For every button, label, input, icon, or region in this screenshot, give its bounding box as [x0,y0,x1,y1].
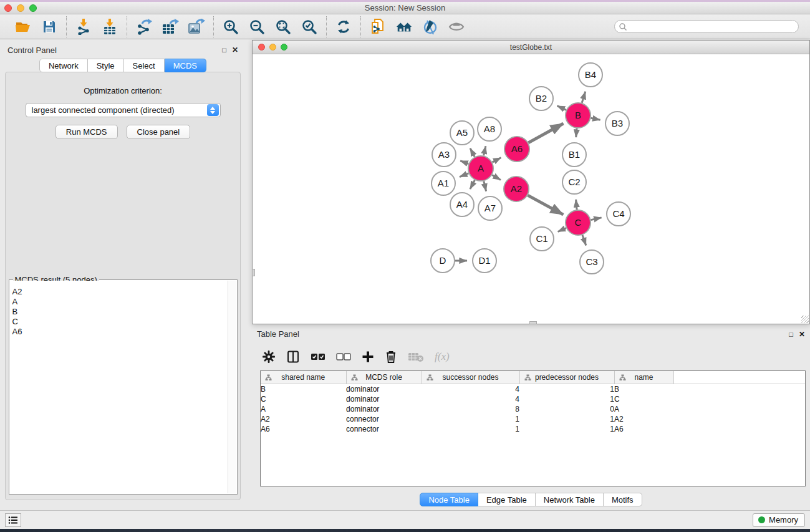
graph-node-A6[interactable]: A6 [504,137,529,162]
graph-node-A4[interactable]: A4 [450,193,474,216]
table-row[interactable]: Bdominator41B [261,384,805,394]
graph-edge-A-A1[interactable] [460,173,469,177]
search-input[interactable] [627,22,794,32]
graph-edge-A6-B[interactable] [528,123,563,143]
graph-edge-B-B1[interactable] [576,128,577,137]
graph-edge-A2-C[interactable] [528,195,563,215]
share-session-icon[interactable] [369,18,387,36]
graph-node-C3[interactable]: C3 [580,250,604,274]
tab-network-table[interactable]: Network Table [536,493,604,506]
table-row[interactable]: Cdominator41C [261,394,805,404]
graph-node-A2[interactable]: A2 [504,177,529,201]
graph-node-A5[interactable]: A5 [450,121,474,145]
graph-edge-A-A2[interactable] [492,175,501,180]
float-table-panel-icon[interactable]: □ [789,331,793,338]
delete-column-icon[interactable] [385,350,397,364]
close-table-panel-icon[interactable]: ✕ [799,331,805,338]
cell-name[interactable]: A2 [614,414,673,424]
show-columns-icon[interactable] [286,350,300,364]
cell-name[interactable]: A [614,404,673,414]
float-panel-icon[interactable]: □ [222,46,226,54]
graph-node-A1[interactable]: A1 [432,172,455,195]
table-row[interactable]: A2connector11A2 [261,414,805,424]
column-header-predecessor-nodes[interactable]: predecessor nodes [519,371,614,384]
export-image-icon[interactable] [188,18,205,36]
task-history-button[interactable] [5,513,21,527]
cell-successor-nodes[interactable]: 4 [422,384,519,394]
cell-MCDS-role[interactable]: connector [346,414,422,424]
tab-motifs[interactable]: Motifs [604,493,642,506]
cell-successor-nodes[interactable]: 1 [422,414,519,424]
tab-mcds[interactable]: MCDS [165,59,206,72]
graph-node-B2[interactable]: B2 [529,87,553,110]
close-panel-icon[interactable]: ✕ [232,46,238,54]
cell-predecessor-nodes[interactable]: 1 [519,394,614,404]
result-scrollbar[interactable] [228,281,236,493]
result-item[interactable]: A6 [10,327,228,337]
zoom-in-icon[interactable] [222,18,239,36]
cell-successor-nodes[interactable]: 4 [422,394,519,404]
tab-style[interactable]: Style [88,59,124,72]
graph-node-B4[interactable]: B4 [579,63,602,87]
column-header-MCDS-role[interactable]: MCDS role [346,371,422,384]
zoom-fit-icon[interactable] [274,18,292,36]
graphics-details-icon[interactable] [422,18,439,36]
cell-predecessor-nodes[interactable]: 1 [519,384,614,394]
maximize-window-button[interactable] [29,4,37,12]
graph-node-C1[interactable]: C1 [530,227,554,251]
zoom-selected-icon[interactable] [301,18,318,36]
result-item[interactable]: A2 [10,287,228,297]
cell-MCDS-role[interactable]: connector [346,424,422,434]
create-column-icon[interactable] [362,351,374,363]
column-header-name[interactable]: name [614,371,673,384]
table-row[interactable]: A6connector11A6 [261,424,805,434]
network-close-button[interactable] [258,44,265,51]
graph-node-A8[interactable]: A8 [478,117,501,141]
network-minimize-button[interactable] [269,44,276,51]
window-resize-grip[interactable] [801,316,809,323]
graph-edge-B-B3[interactable] [591,118,600,120]
graph-node-B3[interactable]: B3 [605,112,629,135]
column-header-successor-nodes[interactable]: successor nodes [422,371,519,384]
cell-successor-nodes[interactable]: 8 [422,404,519,414]
result-item[interactable]: C [10,317,228,327]
graph-node-D1[interactable]: D1 [473,249,496,273]
graph-edge-C-C2[interactable] [576,200,577,210]
select-all-icon[interactable] [311,352,325,361]
app-titlebar[interactable]: Session: New Session [0,2,810,14]
network-maximize-button[interactable] [281,44,287,51]
close-window-button[interactable] [4,4,12,12]
graph-node-D[interactable]: D [431,249,455,273]
deselect-all-icon[interactable] [336,352,351,361]
refresh-layout-icon[interactable] [335,18,352,36]
home-icon[interactable] [395,18,413,36]
cell-shared-name[interactable]: A2 [261,414,346,424]
open-session-icon[interactable] [14,18,32,36]
graph-node-B[interactable]: B [566,103,591,128]
graph-node-A[interactable]: A [468,156,493,181]
cell-name[interactable]: A6 [614,424,673,434]
export-table-icon[interactable] [162,18,179,36]
cell-name[interactable]: C [614,394,673,404]
run-mcds-button[interactable]: Run MCDS [55,125,118,139]
cell-shared-name[interactable]: A6 [261,424,346,434]
graph-node-C2[interactable]: C2 [562,170,586,194]
cell-MCDS-role[interactable]: dominator [346,394,422,404]
memory-button[interactable]: Memory [753,513,805,527]
graph-edge-C-C4[interactable] [591,218,602,220]
mcds-result-list[interactable]: A2ABCA6 [10,281,228,493]
criterion-dropdown[interactable]: largest connected component (directed) [26,103,221,117]
cell-MCDS-role[interactable]: dominator [346,384,422,394]
column-header-shared-name[interactable]: shared name [261,371,346,384]
cell-successor-nodes[interactable]: 1 [422,424,519,434]
graph-edge-A-A7[interactable] [484,181,486,191]
export-network-icon[interactable] [135,18,153,36]
cell-shared-name[interactable]: C [261,394,346,404]
zoom-out-icon[interactable] [248,18,266,36]
graph-edge-C-C1[interactable] [558,228,566,232]
result-item[interactable]: B [10,307,228,317]
tab-network[interactable]: Network [39,59,88,72]
tab-edge-table[interactable]: Edge Table [478,493,536,506]
search-field[interactable] [614,20,799,33]
cell-predecessor-nodes[interactable]: 1 [519,424,614,434]
